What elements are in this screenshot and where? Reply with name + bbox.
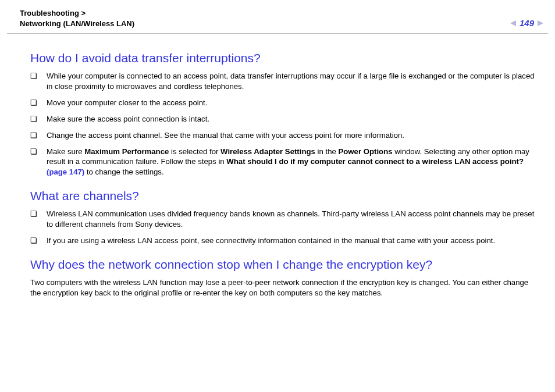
page-number: 149 [520,17,534,29]
section-heading: What are channels? [30,188,535,204]
section-heading: How do I avoid data transfer interruptio… [30,50,535,66]
list-item: While your computer is connected to an a… [30,71,535,92]
bullet-list: While your computer is connected to an a… [30,71,535,177]
list-item: Make sure Maximum Performance is selecte… [30,147,535,177]
section-heading: Why does the network connection stop whe… [30,256,535,273]
list-item: Make sure the access point connection is… [30,114,535,124]
list-item: Change the access point channel. See the… [30,130,535,141]
list-item: Move your computer closer to the access … [30,98,535,108]
bullet-list: Wireless LAN communication uses divided … [30,209,535,245]
breadcrumb-line2: Networking (LAN/Wireless LAN) [20,19,134,28]
list-item: Wireless LAN communication uses divided … [30,209,535,230]
prev-page-icon[interactable] [510,20,516,26]
page-header: Troubleshooting > Networking (LAN/Wirele… [0,0,555,28]
list-item: If you are using a wireless LAN access p… [30,236,535,246]
next-page-icon[interactable] [538,20,543,26]
cross-ref-link[interactable]: (page 147) [47,168,84,176]
breadcrumb: Troubleshooting > Networking (LAN/Wirele… [20,8,535,28]
page-nav: 149 [510,17,543,29]
paragraph: Two computers with the wireless LAN func… [30,277,535,298]
page-content: How do I avoid data transfer interruptio… [0,34,555,298]
breadcrumb-line1: Troubleshooting > [20,9,86,17]
